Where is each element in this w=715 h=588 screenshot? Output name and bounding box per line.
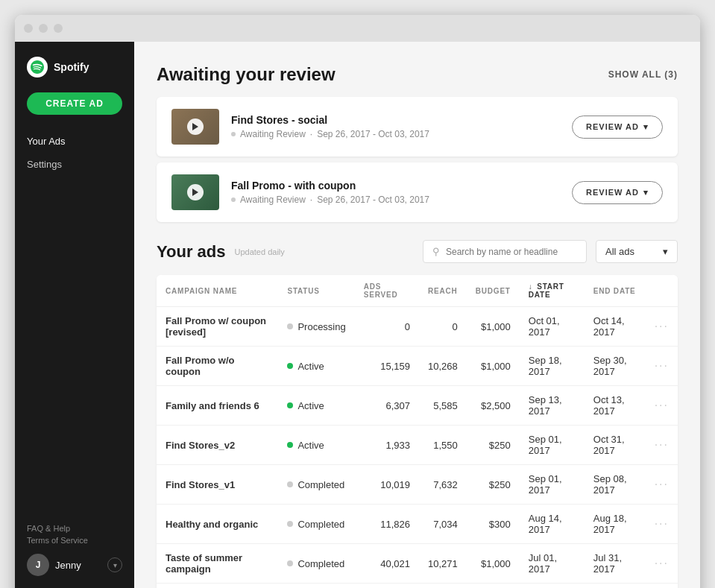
faq-help-link[interactable]: FAQ & Help: [27, 524, 122, 533]
reach-cell: 10,271: [419, 544, 467, 584]
your-ads-title: Your ads: [157, 242, 226, 262]
ads-served-cell: 6,307: [355, 386, 419, 426]
campaign-name-cell: Taste of summer campaign: [157, 544, 278, 584]
play-icon: [187, 118, 204, 135]
show-all-link[interactable]: SHOW ALL (3): [608, 69, 678, 80]
review-meta-1: Awaiting Review · Sep 26, 2017 - Oct 03,…: [231, 195, 572, 205]
col-reach[interactable]: REACH: [419, 275, 467, 307]
campaign-name-cell: Find Stores_v1: [157, 465, 278, 505]
budget-cell: $500: [467, 584, 520, 589]
more-actions-button[interactable]: ···: [655, 438, 669, 451]
status-cell: Completed: [278, 544, 354, 584]
review-thumbnail-0: [171, 109, 219, 145]
end-date-cell: Aug 18, 2017: [585, 505, 646, 544]
reach-cell: 10,268: [419, 347, 467, 386]
status-dot: [287, 442, 293, 448]
status-label: Completed: [297, 479, 344, 490]
status-dot: [287, 323, 293, 329]
ads-served-cell: 0: [355, 307, 419, 347]
app-window: Spotify CREATE AD Your Ads Settings FAQ …: [15, 15, 700, 588]
your-ads-controls: ⚲ All ads ▾: [423, 240, 678, 263]
spotify-icon: [27, 57, 48, 78]
user-chevron-icon[interactable]: ▾: [107, 557, 122, 572]
more-actions-button[interactable]: ···: [655, 320, 669, 332]
start-date-cell: Aug 14, 2017: [520, 505, 585, 544]
ads-served-cell: 1,933: [355, 426, 419, 465]
awaiting-review-title: Awaiting your review: [157, 64, 336, 85]
status-label: Completed: [297, 558, 344, 569]
status-cell: Processing: [278, 307, 354, 347]
sidebar-item-settings[interactable]: Settings: [15, 153, 134, 176]
col-start-date[interactable]: ↓ START DATE: [520, 275, 585, 307]
col-status[interactable]: STATUS: [278, 275, 354, 307]
col-ads-served[interactable]: ADS SERVED: [355, 275, 419, 307]
more-actions-button[interactable]: ···: [655, 399, 669, 411]
more-actions-cell: ···: [646, 505, 678, 544]
review-thumbnail-1: [171, 174, 219, 210]
terms-link[interactable]: Terms of Service: [27, 536, 122, 545]
budget-cell: $2,500: [467, 386, 520, 426]
start-date-cell: Jun 26, 2017: [520, 584, 585, 589]
table-row: Family and friends 5 Completed 34,016 14…: [157, 584, 678, 589]
review-name-1: Fall Promo - with coupon: [231, 180, 572, 192]
campaign-name-cell: Fall Promo w/ coupon [revised]: [157, 307, 278, 347]
sidebar-item-your-ads[interactable]: Your Ads: [15, 130, 134, 153]
budget-cell: $250: [467, 426, 520, 465]
budget-cell: $250: [467, 465, 520, 505]
more-actions-button[interactable]: ···: [655, 478, 669, 490]
review-status-dot-0: [231, 132, 236, 136]
reach-cell: 5,585: [419, 386, 467, 426]
search-input[interactable]: [446, 247, 577, 257]
user-profile: J Jenny ▾: [27, 554, 122, 576]
budget-cell: $1,000: [467, 307, 520, 347]
start-date-cell: Jul 01, 2017: [520, 544, 585, 584]
awaiting-review-header: Awaiting your review SHOW ALL (3): [157, 64, 678, 85]
ads-served-cell: 15,159: [355, 347, 419, 386]
maximize-dot[interactable]: [54, 24, 63, 33]
your-ads-header: Your ads Updated daily ⚲ All ads ▾: [157, 240, 678, 263]
more-actions-button[interactable]: ···: [655, 557, 669, 569]
status-cell: Active: [278, 386, 354, 426]
review-card-0: Find Stores - social Awaiting Review · S…: [157, 97, 678, 157]
more-actions-cell: ···: [646, 386, 678, 426]
review-meta-0: Awaiting Review · Sep 26, 2017 - Oct 03,…: [231, 129, 572, 139]
user-name: Jenny: [55, 560, 101, 571]
more-actions-button[interactable]: ···: [655, 517, 669, 530]
dropdown-chevron-icon: ▾: [663, 246, 668, 257]
more-actions-cell: ···: [646, 426, 678, 465]
campaign-name-cell: Healthy and organic: [157, 505, 278, 544]
more-actions-button[interactable]: ···: [655, 359, 669, 372]
status-label: Completed: [297, 519, 344, 530]
col-campaign-name[interactable]: CAMPAIGN NAME: [157, 275, 278, 307]
review-chevron-icon-0: ▾: [643, 122, 649, 132]
col-budget[interactable]: BUDGET: [467, 275, 520, 307]
review-info-0: Find Stores - social Awaiting Review · S…: [231, 114, 572, 139]
ads-table: CAMPAIGN NAME STATUS ADS SERVED REACH BU…: [157, 275, 678, 588]
review-dates-1: Sep 26, 2017 - Oct 03, 2017: [317, 195, 429, 205]
sidebar: Spotify CREATE AD Your Ads Settings FAQ …: [15, 42, 134, 588]
review-status-0: Awaiting Review: [240, 129, 306, 139]
more-actions-cell: ···: [646, 465, 678, 505]
search-box[interactable]: ⚲: [423, 240, 587, 263]
end-date-cell: Sep 08, 2017: [585, 465, 646, 505]
start-date-cell: Oct 01, 2017: [520, 307, 585, 347]
updated-daily-label: Updated daily: [235, 247, 285, 256]
svg-marker-0: [192, 123, 198, 130]
status-cell: Active: [278, 426, 354, 465]
close-dot[interactable]: [24, 24, 33, 33]
review-ad-button-0[interactable]: REVIEW AD ▾: [572, 116, 663, 139]
end-date-cell: Jul 07, 2017: [585, 584, 646, 589]
status-cell: Active: [278, 347, 354, 386]
table-row: Healthy and organic Completed 11,826 7,0…: [157, 505, 678, 544]
filter-dropdown[interactable]: All ads ▾: [596, 240, 678, 263]
minimize-dot[interactable]: [39, 24, 48, 33]
create-ad-button[interactable]: CREATE AD: [27, 92, 122, 115]
review-ad-button-1[interactable]: REVIEW AD ▾: [572, 181, 663, 204]
end-date-cell: Sep 30, 2017: [585, 347, 646, 386]
col-end-date[interactable]: END DATE: [585, 275, 646, 307]
start-date-cell: Sep 01, 2017: [520, 465, 585, 505]
review-info-1: Fall Promo - with coupon Awaiting Review…: [231, 180, 572, 205]
more-actions-cell: ···: [646, 307, 678, 347]
campaign-name-cell: Family and friends 6: [157, 386, 278, 426]
review-status-1: Awaiting Review: [240, 195, 306, 205]
